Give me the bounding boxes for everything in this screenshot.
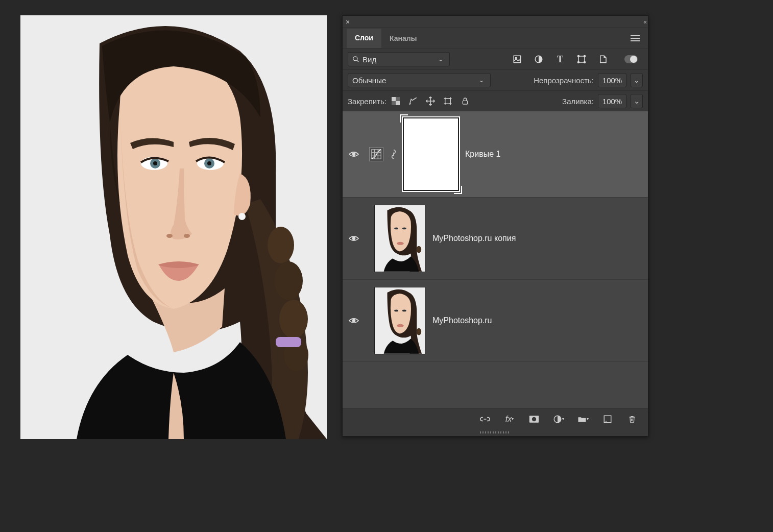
tab-layers[interactable]: Слои	[347, 29, 381, 48]
visibility-toggle[interactable]	[346, 151, 362, 158]
fill-chevron[interactable]: ⌄	[631, 94, 643, 108]
filter-smartobject-icon[interactable]	[598, 54, 608, 64]
svg-rect-31	[392, 101, 396, 105]
svg-point-13	[184, 234, 190, 238]
filter-shape-icon[interactable]	[576, 54, 587, 64]
layers-bottom-bar: fx▾ ▾ ▾	[343, 408, 648, 429]
fill-label: Заливка:	[562, 97, 594, 106]
svg-point-62	[532, 417, 536, 421]
opacity-label: Непрозрачность:	[534, 76, 594, 85]
filter-pixel-icon[interactable]	[512, 54, 522, 64]
fx-icon[interactable]: fx▾	[504, 414, 515, 425]
blend-row: Обычные ⌄ Непрозрачность: 100% ⌄	[343, 69, 648, 90]
svg-point-42	[353, 153, 355, 156]
opacity-chevron[interactable]: ⌄	[631, 73, 643, 87]
panel-tabs: Слои Каналы	[343, 28, 648, 49]
lock-label: Закрепить:	[348, 97, 386, 106]
layer-thumbnail[interactable]	[374, 287, 425, 354]
eye-icon	[349, 151, 359, 158]
blend-mode-value: Обычные	[352, 76, 386, 85]
svg-point-24	[578, 56, 579, 57]
layers-list: Кривые 1 MyPhotoshop.ru копия MyPhotos	[343, 111, 648, 408]
visibility-toggle[interactable]	[346, 317, 362, 324]
svg-rect-5	[276, 337, 301, 347]
svg-point-51	[416, 246, 421, 253]
canvas[interactable]	[20, 15, 327, 439]
svg-point-55	[353, 320, 355, 322]
svg-point-54	[397, 242, 404, 245]
filter-kind-label: Вид	[363, 55, 376, 64]
panel-topbar: × «	[343, 16, 648, 28]
svg-point-49	[353, 237, 355, 240]
portrait-image	[20, 15, 327, 439]
svg-point-14	[238, 213, 246, 220]
chevron-down-icon: ⌄	[436, 56, 445, 63]
add-adjustment-icon[interactable]: ▾	[553, 414, 564, 425]
lock-artboard-icon[interactable]	[443, 96, 453, 106]
layer-row-curves[interactable]: Кривые 1	[343, 111, 648, 198]
svg-rect-23	[578, 56, 585, 62]
svg-point-59	[402, 309, 406, 311]
svg-rect-30	[396, 97, 400, 101]
filter-row: Вид ⌄ T	[343, 49, 648, 69]
svg-rect-28	[392, 97, 396, 101]
svg-point-25	[584, 56, 586, 57]
svg-point-60	[397, 324, 404, 327]
link-mask-icon[interactable]	[391, 149, 397, 159]
layer-name: MyPhotoshop.ru	[432, 316, 492, 325]
layer-row-image-copy[interactable]: MyPhotoshop.ru копия	[343, 198, 648, 280]
close-icon[interactable]: ×	[346, 18, 350, 26]
add-mask-icon[interactable]	[528, 414, 540, 425]
layer-name: Кривые 1	[465, 150, 500, 159]
layer-name: MyPhotoshop.ru копия	[432, 234, 516, 243]
tab-channels[interactable]: Каналы	[381, 29, 425, 47]
lock-position-icon[interactable]	[425, 96, 436, 106]
new-layer-icon[interactable]	[602, 414, 613, 425]
svg-rect-20	[514, 56, 521, 63]
visibility-toggle[interactable]	[346, 235, 362, 242]
eye-icon	[349, 317, 359, 324]
svg-point-8	[153, 161, 157, 165]
svg-point-26	[578, 62, 579, 63]
curves-adjustment-icon[interactable]	[369, 147, 383, 161]
collapse-icon[interactable]: «	[643, 18, 645, 26]
layers-panel: × « Слои Каналы Вид ⌄ T	[342, 15, 648, 437]
lock-row: Закрепить: Заливка: 100% ⌄	[343, 90, 648, 111]
new-group-icon[interactable]: ▾	[577, 414, 589, 425]
layer-filter-dropdown[interactable]: Вид ⌄	[348, 52, 450, 66]
layer-thumbnail[interactable]	[374, 205, 425, 272]
blend-mode-dropdown[interactable]: Обычные ⌄	[348, 73, 491, 87]
filter-type-icon[interactable]: T	[555, 54, 565, 64]
svg-point-1	[268, 227, 294, 263]
panel-resize-grip[interactable]	[343, 429, 648, 436]
filter-adjustment-icon[interactable]	[534, 54, 544, 64]
svg-point-3	[279, 300, 308, 338]
lock-transparency-icon[interactable]	[391, 96, 401, 106]
svg-point-2	[274, 261, 303, 300]
svg-rect-64	[604, 416, 611, 423]
svg-rect-32	[445, 99, 451, 104]
svg-line-19	[357, 60, 359, 62]
svg-point-52	[394, 227, 398, 229]
link-layers-icon[interactable]	[479, 414, 491, 425]
panel-menu-icon[interactable]	[626, 31, 644, 46]
svg-rect-41	[463, 101, 467, 104]
svg-point-57	[416, 328, 421, 335]
eye-icon	[349, 235, 359, 242]
svg-point-53	[402, 227, 406, 229]
search-icon	[352, 56, 359, 63]
fill-input[interactable]: 100%	[598, 94, 626, 108]
svg-point-12	[166, 234, 173, 238]
svg-line-44	[372, 150, 381, 159]
lock-all-icon[interactable]	[460, 96, 470, 106]
chevron-down-icon: ⌄	[477, 77, 486, 84]
lock-pixels-icon[interactable]	[408, 96, 418, 106]
svg-point-18	[353, 57, 357, 61]
svg-point-27	[584, 62, 586, 63]
layer-row-image[interactable]: MyPhotoshop.ru	[343, 280, 648, 362]
svg-point-58	[394, 309, 398, 311]
layer-mask-thumbnail[interactable]	[404, 118, 458, 190]
filter-toggle[interactable]	[624, 55, 638, 63]
trash-icon[interactable]	[626, 414, 638, 425]
opacity-input[interactable]: 100%	[598, 73, 626, 87]
